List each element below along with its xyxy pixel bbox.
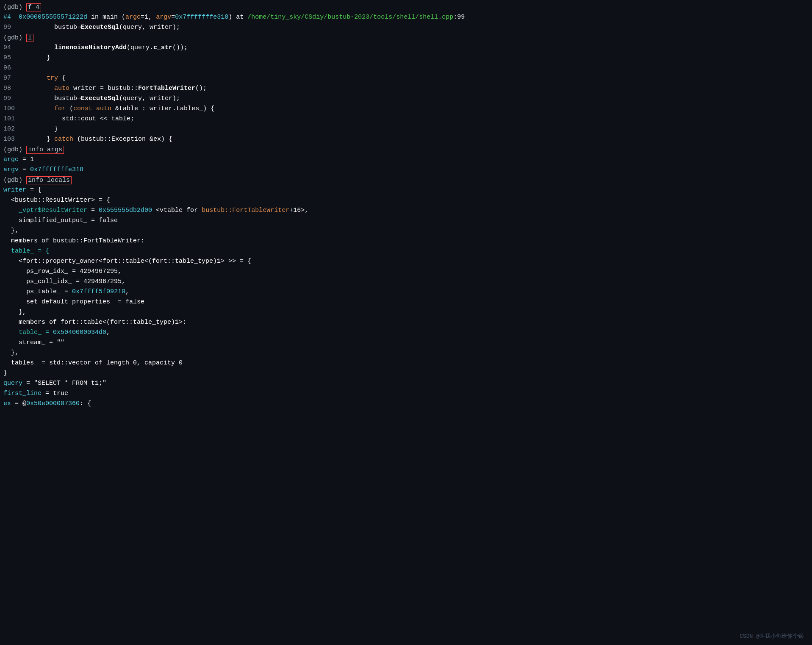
output-writer: writer = {: [0, 186, 812, 197]
code-line-100: 100 for (const auto &table : writer.tabl…: [0, 105, 812, 115]
output-vptr: _vptr$ResultWriter = 0x555555db2d00 <vta…: [0, 207, 812, 217]
line-num-100: 100: [3, 105, 24, 112]
output-query: query = "SELECT * FROM t1;": [0, 380, 812, 390]
code-line-99a: 99 bustub→ExecuteSql(query, writer);: [0, 24, 812, 34]
code-line-99b: 99 bustub→ExecuteSql(query, writer);: [0, 95, 812, 105]
output-members-bustub: members of bustub::FortTableWriter:: [0, 237, 812, 247]
output-ps-row: ps_row_idx_ = 4294967295,: [0, 268, 812, 278]
output-table-addr: table_ = 0x5040000034d0,: [0, 329, 812, 339]
prompt-l: (gdb): [3, 34, 26, 42]
code-line-98: 98 auto writer = bustub::FortTableWriter…: [0, 85, 812, 95]
line-num-95: 95: [3, 54, 24, 61]
output-close-writer: }: [0, 370, 812, 380]
code-line-101: 101 std::cout << table;: [0, 115, 812, 125]
line-num-99b: 99: [3, 95, 24, 102]
output-ex: ex = @0x50e000007360: {: [0, 400, 812, 410]
output-set-default: set_default_properties_ = false: [0, 298, 812, 309]
output-table-open: table_ = {: [0, 247, 812, 258]
output-simplified: simplified_output_ = false: [0, 217, 812, 227]
line-num-99a: 99: [3, 24, 24, 31]
cmd-info-args: info args: [26, 146, 64, 154]
code-line-95: 95 }: [0, 54, 812, 64]
code-line-102: 102 }: [0, 125, 812, 136]
frame-addr: 0x000055555571222d: [19, 14, 87, 21]
prompt-info-args: (gdb): [3, 146, 26, 153]
frame-path: /home/tiny_sky/CSdiy/bustub-2023/tools/s…: [247, 14, 453, 21]
gdb-line-info-args: (gdb) info args: [0, 146, 812, 156]
line-num-97: 97: [3, 75, 24, 82]
output-close-result: },: [0, 227, 812, 237]
code-line-97: 97 try {: [0, 75, 812, 85]
prompt-info-locals: (gdb): [3, 177, 26, 184]
output-tables: tables_ = std::vector of length 0, capac…: [0, 359, 812, 370]
output-stream: stream_ = "": [0, 339, 812, 349]
output-property-owner: <fort::property_owner<fort::table<(fort:…: [0, 258, 812, 268]
line-num-98: 98: [3, 85, 24, 92]
gdb-line-l: (gdb) l: [0, 34, 812, 44]
line-num-96: 96: [3, 64, 24, 72]
output-argc: argc = 1: [0, 156, 812, 166]
code-line-94: 94 linenoiseHistoryAdd(query.c_str());: [0, 44, 812, 54]
terminal: (gdb) f 4 #4 0x000055555571222d in main …: [0, 0, 812, 645]
frame-paren-open: (: [118, 14, 125, 21]
code-line-103: 103 } catch (bustub::Exception &ex) {: [0, 136, 812, 146]
output-argv: argv = 0x7fffffffe318: [0, 166, 812, 176]
frame-func: main: [103, 14, 118, 21]
output-first-line: first_line = true: [0, 390, 812, 400]
line-num-103: 103: [3, 136, 24, 143]
frame-argv: argv: [156, 14, 171, 21]
output-ps-coll: ps_coll_idx_ = 4294967295,: [0, 278, 812, 288]
gdb-line-info-locals: (gdb) info locals: [0, 176, 812, 186]
line-num-102: 102: [3, 125, 24, 133]
output-members-fort: members of fort::table<(fort::table_type…: [0, 319, 812, 329]
line-num-101: 101: [3, 115, 24, 122]
frame-argc: argc: [125, 14, 141, 21]
line-num-94: 94: [3, 44, 24, 51]
frame-num: #4: [3, 14, 19, 21]
cmd-l: l: [26, 34, 33, 42]
watermark: CSDN @叫我小鱼给你个锅: [740, 632, 804, 640]
output-ps-table: ps_table_ = 0x7ffff5f09210,: [0, 288, 812, 298]
output-close-property: },: [0, 309, 812, 319]
cmd-f4: f 4: [26, 3, 41, 11]
prompt-1: (gdb): [3, 4, 26, 11]
frame-in: in: [87, 14, 103, 21]
output-result-writer: <bustub::ResultWriter> = {: [0, 197, 812, 207]
output-close-table: },: [0, 349, 812, 359]
cmd-info-locals: info locals: [26, 176, 72, 184]
gdb-line-1: (gdb) f 4: [0, 3, 812, 14]
frame-info-line: #4 0x000055555571222d in main (argc=1, a…: [0, 14, 812, 24]
code-line-96: 96: [0, 64, 812, 75]
